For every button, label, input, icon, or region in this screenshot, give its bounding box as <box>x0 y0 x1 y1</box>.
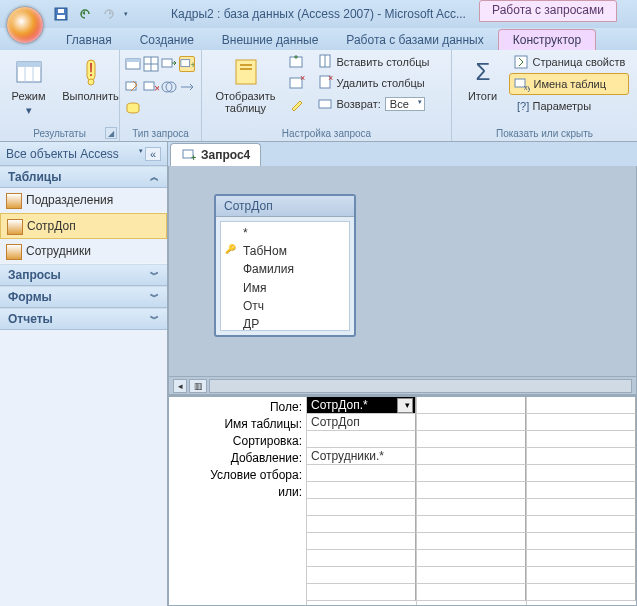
field-dr[interactable]: ДР <box>225 315 345 331</box>
cell-table[interactable]: СотрДоп <box>307 414 416 431</box>
delete-rows-button[interactable]: × <box>285 73 309 93</box>
cell-field[interactable] <box>417 397 526 414</box>
update-query-icon[interactable] <box>125 79 141 95</box>
builder-button[interactable] <box>285 94 309 114</box>
cell-or[interactable] <box>527 482 636 499</box>
redo-icon[interactable] <box>100 5 118 23</box>
collapse-nav-icon[interactable]: « <box>145 147 161 161</box>
return-button[interactable]: Возврат: Все▾ <box>313 94 443 114</box>
run-button[interactable]: ! Выполнить <box>62 52 120 106</box>
append-query-icon[interactable]: + <box>179 56 195 72</box>
cell-blank[interactable] <box>307 499 416 516</box>
insert-rows-button[interactable] <box>285 52 309 72</box>
table-box-sotrdop[interactable]: СотрДоп * ТабНом Фамилия Имя Отч ДР Пол <box>214 194 356 337</box>
scroll-thumb-icon[interactable]: ▥ <box>189 379 207 393</box>
union-query-icon[interactable] <box>161 79 177 95</box>
showtable-button[interactable]: Отобразить таблицу <box>211 52 281 118</box>
cell-table[interactable] <box>527 414 636 431</box>
cell-blank[interactable] <box>527 584 636 601</box>
propsheet-button[interactable]: Страница свойств <box>509 52 629 72</box>
cell-field[interactable] <box>527 397 636 414</box>
undo-icon[interactable] <box>76 5 94 23</box>
cell-append[interactable] <box>527 448 636 465</box>
group-launcher-icon[interactable]: ◢ <box>105 127 117 139</box>
tab-home[interactable]: Главная <box>52 30 126 50</box>
delete-cols-button[interactable]: ×Удалить столбцы <box>313 73 443 93</box>
datadef-query-icon[interactable] <box>125 101 141 117</box>
cell-blank[interactable] <box>417 567 526 584</box>
tab-external[interactable]: Внешние данные <box>208 30 333 50</box>
cell-field[interactable]: СотрДоп.* <box>307 397 416 414</box>
cell-blank[interactable] <box>417 516 526 533</box>
cell-blank[interactable] <box>417 584 526 601</box>
cell-sort[interactable] <box>527 431 636 448</box>
cell-blank[interactable] <box>307 533 416 550</box>
chevron-down-icon[interactable]: ▾ <box>418 98 422 106</box>
document-tab[interactable]: + Запрос4 <box>170 143 261 166</box>
cell-blank[interactable] <box>527 516 636 533</box>
cell-sort[interactable] <box>307 431 416 448</box>
grid-column-1[interactable]: СотрДоп.* СотрДоп Сотрудники.* <box>306 397 416 605</box>
cell-blank[interactable] <box>417 533 526 550</box>
cell-sort[interactable] <box>417 431 526 448</box>
nav-item-podrazdeleniya[interactable]: Подразделения <box>0 188 167 213</box>
chevron-down-icon[interactable]: ▾ <box>139 147 143 161</box>
nav-group-queries[interactable]: Запросы︾ <box>0 264 167 286</box>
cell-blank[interactable] <box>307 584 416 601</box>
tab-design[interactable]: Конструктор <box>498 29 596 50</box>
field-familiya[interactable]: Фамилия <box>225 260 345 278</box>
cell-blank[interactable] <box>307 550 416 567</box>
qat-customize-icon[interactable]: ▾ <box>124 10 128 18</box>
cell-or[interactable] <box>417 482 526 499</box>
scrollbar-track[interactable] <box>209 379 632 393</box>
designer-upper-pane[interactable]: СотрДоп * ТабНом Фамилия Имя Отч ДР Пол <box>169 166 636 376</box>
cell-blank[interactable] <box>527 550 636 567</box>
nav-header[interactable]: Все объекты Access ▾« <box>0 142 167 166</box>
grid-column-2[interactable] <box>416 397 526 605</box>
passthrough-query-icon[interactable] <box>179 79 195 95</box>
cell-criteria[interactable] <box>417 465 526 482</box>
insert-cols-button[interactable]: Вставить столбцы <box>313 52 443 72</box>
group-results-label: Результаты <box>6 126 113 139</box>
cell-blank[interactable] <box>527 567 636 584</box>
delete-query-icon[interactable]: × <box>143 79 159 95</box>
nav-item-sotrudniki[interactable]: Сотрудники <box>0 239 167 264</box>
view-button[interactable]: Режим ▾ <box>0 52 58 120</box>
cell-blank[interactable] <box>417 550 526 567</box>
nav-group-forms[interactable]: Формы︾ <box>0 286 167 308</box>
svg-text:[?]: [?] <box>517 100 529 112</box>
tablenames-button[interactable]: xyzИмена таблиц <box>509 73 629 95</box>
table-field-list[interactable]: * ТабНом Фамилия Имя Отч ДР Пол <box>220 221 350 331</box>
scroll-left-icon[interactable]: ◂ <box>173 379 187 393</box>
grid-column-3[interactable] <box>526 397 636 605</box>
crosstab-query-icon[interactable] <box>143 56 159 72</box>
totals-button[interactable]: Σ Итоги <box>461 52 505 106</box>
nav-group-tables[interactable]: Таблицы︽ <box>0 166 167 188</box>
save-icon[interactable] <box>52 5 70 23</box>
cell-table[interactable] <box>417 414 526 431</box>
pane-splitter-scrollbar[interactable]: ◂ ▥ <box>169 376 636 394</box>
params-button[interactable]: [?]Параметры <box>509 96 629 116</box>
cell-blank[interactable] <box>527 499 636 516</box>
cell-criteria[interactable] <box>527 465 636 482</box>
tab-dbtools[interactable]: Работа с базами данных <box>332 30 497 50</box>
select-query-icon[interactable] <box>125 56 141 72</box>
field-otch[interactable]: Отч <box>225 297 345 315</box>
cell-or[interactable] <box>307 482 416 499</box>
cell-append[interactable]: Сотрудники.* <box>307 448 416 465</box>
cell-append[interactable] <box>417 448 526 465</box>
field-imya[interactable]: Имя <box>225 279 345 297</box>
cell-criteria[interactable] <box>307 465 416 482</box>
nav-group-reports[interactable]: Отчеты︾ <box>0 308 167 330</box>
maketable-query-icon[interactable] <box>161 56 177 72</box>
field-star[interactable]: * <box>225 224 345 242</box>
delete-cols-icon: × <box>317 75 333 91</box>
cell-blank[interactable] <box>527 533 636 550</box>
nav-item-sotrdop[interactable]: СотрДоп <box>0 213 167 239</box>
cell-blank[interactable] <box>417 499 526 516</box>
cell-blank[interactable] <box>307 516 416 533</box>
tab-create[interactable]: Создание <box>126 30 208 50</box>
field-tabnom[interactable]: ТабНом <box>225 242 345 260</box>
cell-blank[interactable] <box>307 567 416 584</box>
office-button[interactable] <box>6 6 44 44</box>
